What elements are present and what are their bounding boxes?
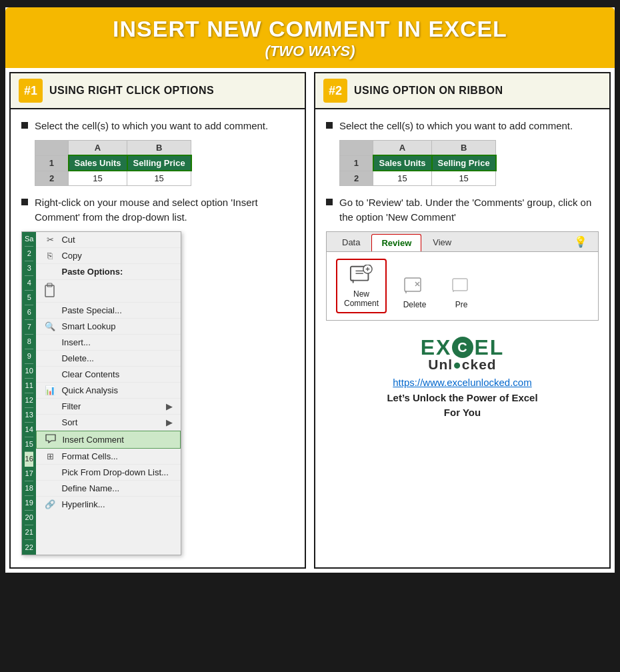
header-section: INSERT NEW COMMENT IN EXCEL (TWO WAYS) — [5, 7, 615, 68]
col1-table-a2: 15 — [69, 171, 127, 186]
logo-excel-text: EX C EL — [421, 337, 505, 358]
search-icon: 🔍 — [44, 321, 56, 331]
ribbon-section: Data Review View 💡 — [326, 231, 599, 321]
col2-badge: #2 — [323, 79, 347, 103]
bullet-icon3 — [326, 122, 333, 129]
comment-icon — [45, 434, 57, 445]
cm-format-cells[interactable]: ⊞ Format Cells... — [36, 449, 181, 465]
logo-url-link[interactable]: https://www.excelunlocked.com — [393, 377, 531, 388]
cm-insert-comment[interactable]: Insert Comment — [36, 431, 181, 449]
col1-table-row1: 1 — [35, 155, 69, 171]
logo-circle: C — [452, 337, 473, 358]
paste-icon — [44, 283, 56, 299]
col1: #1 USING RIGHT CLICK OPTIONS Select the … — [9, 72, 306, 568]
cm-items: ✂ Cut ⎘ Copy Paste Options: — [36, 232, 181, 555]
columns-container: #1 USING RIGHT CLICK OPTIONS Select the … — [5, 68, 615, 572]
cm-paste-icon-row[interactable] — [36, 280, 181, 303]
col1-table-col-a: A — [69, 141, 127, 156]
cm-clear-contents[interactable]: Clear Contents — [36, 367, 181, 383]
cm-delete[interactable]: Delete... — [36, 351, 181, 367]
cm-hyperlink[interactable]: 🔗 Hyperlink... — [36, 497, 181, 512]
cm-smart-lookup[interactable]: 🔍 Smart Lookup — [36, 319, 181, 335]
col1-badge: #1 — [19, 79, 43, 103]
col1-header: #1 USING RIGHT CLICK OPTIONS — [11, 73, 305, 109]
tab-review[interactable]: Review — [371, 234, 421, 251]
col2-excel-table: A B 1 Sales Units Selling Price 2 15 15 — [339, 140, 497, 186]
delete-comment-icon — [403, 275, 427, 299]
cm-paste-options-header: Paste Options: — [36, 264, 181, 280]
subtitle: (TWO WAYS) — [19, 43, 601, 60]
pre-icon — [449, 275, 473, 299]
col2-table-b1: Selling Price — [432, 155, 496, 171]
cm-insert[interactable]: Insert... — [36, 335, 181, 351]
col2-table-b2: 15 — [432, 171, 496, 186]
bullet-icon2 — [21, 199, 28, 205]
cm-filter[interactable]: Filter ▶ — [36, 399, 181, 415]
col2-bullet1: Select the cell(s) to which you want to … — [326, 119, 599, 133]
col1-table-row2: 2 — [35, 171, 69, 186]
cm-pick-dropdown[interactable]: Pick From Drop-down List... — [36, 465, 181, 481]
ribbon-search-icon[interactable]: 💡 — [569, 232, 593, 251]
bullet-icon4 — [326, 199, 333, 205]
logo-unlocked-text: Unl●cked — [428, 357, 496, 373]
col2-table-a1: Sales Units — [373, 155, 432, 171]
cm-paste-special[interactable]: Paste Special... — [36, 303, 181, 319]
col2-table-col-a: A — [373, 141, 432, 156]
bullet-icon — [21, 122, 28, 129]
tab-data[interactable]: Data — [332, 233, 370, 251]
logo-tagline: Let’s Unlock the Power of Excel For You — [387, 391, 537, 421]
tab-view[interactable]: View — [423, 233, 461, 251]
col2-heading: USING OPTION ON RIBBON — [354, 85, 503, 97]
col1-bullet1: Select the cell(s) to which you want to … — [21, 119, 294, 133]
svg-rect-11 — [453, 279, 467, 291]
cut-icon: ✂ — [44, 235, 56, 245]
col1-table-b2: 15 — [127, 171, 191, 186]
col2: #2 USING OPTION ON RIBBON Select the cel… — [314, 72, 611, 568]
cm-sort[interactable]: Sort ▶ — [36, 415, 181, 431]
cm-row-col: Sa 2 3 4 5 6 7 8 9 10 11 12 13 — [22, 232, 181, 555]
logo-container: EX C EL — [421, 337, 505, 358]
ribbon-delete-btn[interactable]: Delete — [396, 271, 433, 313]
new-comment-label: NewComment — [344, 289, 379, 308]
cm-cut[interactable]: ✂ Cut — [36, 232, 181, 248]
col1-heading: USING RIGHT CLICK OPTIONS — [49, 85, 214, 97]
new-comment-icon — [349, 264, 373, 288]
cm-row-numbers: Sa 2 3 4 5 6 7 8 9 10 11 12 13 — [22, 232, 36, 555]
col2-bullet2: Go to 'Review' tab. Under the 'Comments'… — [326, 195, 599, 225]
col2-table-row1: 1 — [340, 155, 373, 171]
logo-section: EX C EL Unl●cked https://www.excelunlock… — [326, 326, 599, 427]
col1-table-b1: Selling Price — [127, 155, 191, 171]
copy-icon: ⎘ — [44, 251, 56, 261]
ribbon-tabs: Data Review View 💡 — [327, 232, 598, 252]
col2-table-col-b: B — [432, 141, 496, 156]
ribbon-button-group: NewComment — [336, 259, 480, 313]
delete-label: Delete — [403, 300, 427, 309]
col1-excel-table: A B 1 Sales Units Selling Price 2 15 15 — [35, 140, 192, 186]
ribbon-pre-btn[interactable]: Pre — [443, 271, 480, 313]
col1-bullet2: Right-click on your mouse and select opt… — [21, 195, 294, 225]
col1-body: Select the cell(s) to which you want to … — [11, 109, 305, 560]
cm-copy[interactable]: ⎘ Copy — [36, 248, 181, 264]
analysis-icon: 📊 — [44, 385, 56, 395]
col2-table-a2: 15 — [373, 171, 432, 186]
main-title: INSERT NEW COMMENT IN EXCEL — [19, 17, 601, 41]
col2-header: #2 USING OPTION ON RIBBON — [315, 73, 609, 109]
format-icon: ⊞ — [44, 451, 56, 461]
hyperlink-icon: 🔗 — [44, 499, 56, 509]
pre-label: Pre — [455, 300, 468, 309]
col1-table-a1: Sales Units — [69, 155, 127, 171]
col1-table-col-b: B — [127, 141, 191, 156]
context-menu: Sa 2 3 4 5 6 7 8 9 10 11 12 13 — [21, 231, 181, 555]
cm-define-name[interactable]: Define Name... — [36, 481, 181, 497]
col2-table-row2: 2 — [340, 171, 373, 186]
ribbon-new-comment-btn[interactable]: NewComment — [336, 259, 387, 313]
ribbon-body: NewComment — [327, 252, 598, 320]
col2-body: Select the cell(s) to which you want to … — [315, 109, 609, 432]
cm-quick-analysis[interactable]: 📊 Quick Analysis — [36, 383, 181, 399]
